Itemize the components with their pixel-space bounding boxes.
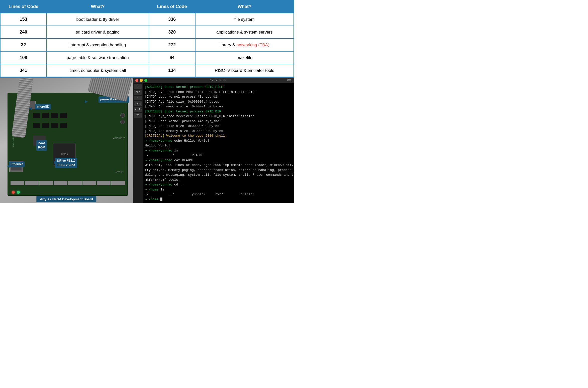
sifive-cpu-label: SiFive FE310RISC-V CPU	[55, 158, 77, 168]
table-row-desc1-2: interrupt & exception handling	[47, 39, 149, 51]
table-row-desc1-0: boot loader & tty driver	[47, 13, 149, 26]
table-row-desc1-3: page table & software translation	[47, 51, 149, 64]
table-row-loc1-3: 108	[0, 51, 47, 64]
key-tilde[interactable]: ~	[134, 84, 142, 89]
terminal-line-16: With only 2000 lines of code, egos-2000 …	[145, 163, 292, 168]
terminal-line-19: mkfs/mkrom` tools.	[145, 177, 292, 182]
col-header-loc1: Lines of Code	[0, 0, 47, 13]
terminal-line-7: [INFO] Load kernel process #4: sys_shell	[145, 119, 292, 124]
terminal-titlebar: ./screen.sh ⌥⌘1	[133, 78, 294, 83]
table-row-desc1-4: timer, scheduler & system call	[47, 64, 149, 77]
table-row-loc1-0: 153	[0, 13, 47, 26]
key-dot[interactable]: •	[134, 96, 142, 100]
table-row-loc2-4: 134	[149, 64, 195, 77]
table-row-desc2-3: makefile	[195, 51, 294, 64]
table-row-desc2-0: file system	[195, 13, 294, 26]
terminal-content[interactable]: [SUCCESS] Enter kernel process GPID_FILE…	[143, 83, 294, 203]
terminal-line-3: [INFO] App file size: 0x00000fa4 bytes	[145, 99, 292, 104]
table-row-loc1-2: 32	[0, 39, 47, 51]
key-shift[interactable]: shift	[134, 107, 142, 112]
bottom-section: FE310	[0, 77, 294, 203]
microsd-label: microSD	[35, 104, 51, 109]
table-row-loc2-0: 336	[149, 13, 195, 26]
terminal-line-4: [INFO] App memory size: 0x00001bb0 bytes	[145, 104, 292, 109]
minimize-button[interactable]	[140, 79, 143, 82]
table-row-loc2-1: 320	[149, 26, 195, 39]
terminal-line-1: [INFO] sys_proc receives: Finish GPID_FI…	[145, 90, 292, 95]
terminal-line-17: tty driver, memory paging, address trans…	[145, 168, 292, 173]
key-caps[interactable]: caps	[134, 101, 142, 106]
col-header-what2: What?	[195, 0, 294, 13]
app-container: Lines of Code What? Lines of Code What? …	[0, 0, 294, 203]
terminal-line-2: [INFO] Load kernel process #3: sys_dir	[145, 94, 292, 99]
terminal-line-18: duling and messaging, system call, file …	[145, 172, 292, 177]
table-row-desc2-1: applications & system servers	[195, 26, 294, 39]
close-button[interactable]	[135, 79, 138, 82]
terminal-title: ./screen.sh	[208, 79, 226, 82]
keyboard-shortcut: ⌥⌘1	[286, 79, 291, 82]
key-tab[interactable]: tab	[134, 90, 142, 95]
terminal-line-10: [CRITICAL] Welcome to the egos-2000 shel…	[145, 133, 292, 138]
boot-rom-label: bootROM	[36, 140, 47, 151]
table-row-loc1-1: 240	[0, 26, 47, 39]
arty-board-label: Arty A7 FPGA Development Board	[36, 196, 96, 202]
table-row-desc1-1: sd card driver & paging	[47, 26, 149, 39]
table-row-loc2-3: 64	[149, 51, 195, 64]
terminal-line-9: [INFO] App memory size: 0x00000ed0 bytes	[145, 129, 292, 134]
terminal-sidebar-keys: ~ tab • caps shift fn	[133, 83, 143, 203]
terminal-line-5: [SUCCESS] Enter kernel process GPID_DIR	[145, 109, 292, 114]
terminal-line-20: → /home/yunhao cd ..	[145, 182, 292, 187]
terminal-line-11: → /home/yunhao echo Hello, World!	[145, 138, 292, 143]
terminal-line-6: [INFO] sys_proc receives: Finish GPID_DI…	[145, 114, 292, 119]
col-header-loc2: Lines of Code	[149, 0, 195, 13]
terminal-line-21: → /home ls	[145, 187, 292, 192]
table-row-loc2-2: 272	[149, 39, 195, 51]
terminal-line-13: → /home/yunhao ls	[145, 148, 292, 153]
table-row-desc2-4: RISC–V board & emulator tools	[195, 64, 294, 77]
terminal-container: ./screen.sh ⌥⌘1 ~ tab • caps shift fn [S…	[133, 78, 294, 203]
key-fn[interactable]: fn	[134, 113, 142, 118]
terminal-line-23: → /home	[145, 197, 292, 202]
terminal-body: ~ tab • caps shift fn [SUCCESS] Enter ke…	[133, 83, 294, 203]
ethernet-label: Ethernet	[9, 161, 25, 167]
terminal-line-22: ./ ../ yunhao/ rvr/ lorenzo/	[145, 192, 292, 197]
traffic-lights	[135, 79, 147, 82]
terminal-line-12: Hello, World!	[145, 143, 292, 148]
terminal-line-8: [INFO] App file size: 0x000006d0 bytes	[145, 124, 292, 129]
terminal-line-0: [SUCCESS] Enter kernel process GPID_FILE	[145, 85, 292, 90]
table-section: Lines of Code What? Lines of Code What? …	[0, 0, 294, 77]
terminal-line-14: ./ ../ README	[145, 153, 292, 158]
lines-of-code-table: Lines of Code What? Lines of Code What? …	[0, 0, 294, 77]
board-container: FE310	[0, 78, 133, 203]
table-row-desc2-2: library & networking (TBA)	[195, 39, 294, 51]
maximize-button[interactable]	[144, 79, 147, 82]
terminal-line-15: → /home/yunhao cat README	[145, 158, 292, 163]
table-row-loc1-4: 341	[0, 64, 47, 77]
networking-tba-text: networking (TBA)	[236, 43, 269, 47]
col-header-what1: What?	[47, 0, 149, 13]
